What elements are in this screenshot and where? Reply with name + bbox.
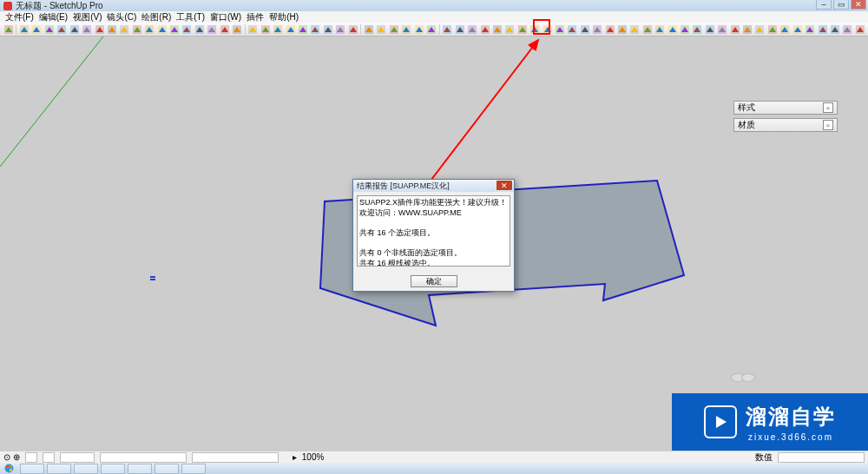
pan-icon[interactable]	[181, 23, 193, 36]
measurement-input[interactable]	[778, 452, 865, 463]
plugin22-icon[interactable]	[717, 23, 728, 36]
eraser-icon[interactable]	[143, 23, 155, 36]
plugin4-icon[interactable]	[491, 23, 503, 36]
zoom-ext-icon[interactable]	[219, 23, 230, 36]
menu-draw[interactable]: 绘图(R)	[140, 11, 173, 23]
plugin11-icon[interactable]	[579, 23, 590, 36]
menu-camera[interactable]: 镜头(C)	[105, 11, 138, 23]
plugin9-icon[interactable]	[554, 23, 565, 36]
status-icons[interactable]: ⊙ ⊕	[3, 452, 20, 462]
taskbar-item[interactable]	[101, 464, 125, 474]
plugin18-icon[interactable]	[667, 23, 678, 36]
taskbar-item[interactable]	[20, 464, 44, 474]
status-panel-2	[43, 452, 55, 463]
plugin17-icon[interactable]	[654, 23, 666, 36]
menu-file[interactable]: 文件(F)	[3, 11, 36, 23]
undo-icon[interactable]	[334, 23, 345, 36]
taskbar-item[interactable]	[128, 464, 152, 474]
tray-panel-styles[interactable]: 样式 ▫	[733, 101, 838, 115]
plugin3-icon[interactable]	[479, 23, 490, 36]
plugin29-icon[interactable]	[804, 23, 815, 36]
scale-icon[interactable]	[119, 23, 130, 36]
pushpull-icon[interactable]	[69, 23, 80, 36]
redo-icon[interactable]	[347, 23, 358, 36]
plugin24-icon[interactable]	[741, 23, 753, 36]
close-button[interactable]: ✕	[851, 0, 866, 10]
plugin28-icon[interactable]	[792, 23, 803, 36]
menu-window[interactable]: 窗口(W)	[208, 11, 243, 23]
menu-plugins[interactable]: 插件	[245, 11, 266, 23]
maximize-button[interactable]: ▭	[833, 0, 849, 10]
menu-help[interactable]: 帮助(H)	[267, 11, 300, 23]
plugin19-icon[interactable]	[679, 23, 690, 36]
cut-icon[interactable]	[297, 23, 308, 36]
plugin21-icon[interactable]	[704, 23, 715, 36]
plugin13-icon[interactable]	[604, 23, 615, 36]
plugin2-icon[interactable]	[466, 23, 477, 36]
plugin16-icon[interactable]	[641, 23, 653, 36]
axes-icon[interactable]	[442, 23, 453, 36]
dialog-textarea[interactable]	[357, 195, 510, 267]
offset-icon[interactable]	[81, 23, 92, 36]
zoom-icon[interactable]	[206, 23, 217, 36]
plugin33-icon[interactable]	[854, 23, 865, 36]
move-icon[interactable]	[94, 23, 105, 36]
paint-icon[interactable]	[156, 23, 168, 36]
plugin7-icon[interactable]	[529, 23, 540, 36]
taskbar-item[interactable]	[181, 464, 206, 474]
zoom-win-icon[interactable]	[231, 23, 242, 36]
tray-toggle-icon[interactable]: ▫	[823, 102, 833, 113]
taskbar-item[interactable]	[155, 464, 179, 474]
paste-icon[interactable]	[322, 23, 333, 36]
status-right-label: 数值	[755, 451, 773, 464]
pencil-icon[interactable]	[18, 23, 30, 36]
plugin6-icon[interactable]	[516, 23, 528, 36]
dialog-ok-button[interactable]: 确定	[411, 275, 457, 287]
scenes-icon[interactable]	[413, 23, 424, 36]
plugin1-icon[interactable]	[454, 23, 465, 36]
arc-icon[interactable]	[56, 23, 68, 36]
tray-toggle-icon[interactable]: ▫	[823, 120, 833, 130]
open-icon[interactable]	[272, 23, 283, 36]
plugin5-icon[interactable]	[504, 23, 516, 36]
minimize-button[interactable]: –	[816, 0, 832, 10]
plugin12-icon[interactable]	[592, 23, 603, 36]
select-icon[interactable]	[3, 23, 14, 36]
section-icon[interactable]	[425, 23, 437, 36]
taskbar-item[interactable]	[47, 464, 71, 474]
copy-icon[interactable]	[310, 23, 321, 36]
menu-view[interactable]: 视图(V)	[71, 11, 103, 23]
plugin26-icon[interactable]	[766, 23, 778, 36]
model-icon[interactable]	[247, 23, 259, 36]
menu-tools[interactable]: 工具(T)	[174, 11, 207, 23]
styles-icon[interactable]	[388, 23, 399, 36]
plugin25-icon[interactable]	[754, 23, 766, 36]
plugin20-icon[interactable]	[692, 23, 703, 36]
plugin15-icon[interactable]	[629, 23, 641, 36]
plugin27-icon[interactable]	[779, 23, 791, 36]
circle-icon[interactable]	[43, 23, 55, 36]
newmodel-icon[interactable]	[260, 23, 271, 36]
tray-panel-materials[interactable]: 材质 ▫	[733, 118, 838, 132]
plugin23-icon[interactable]	[729, 23, 740, 36]
plugin14-icon[interactable]	[616, 23, 628, 36]
plugin8-icon[interactable]	[542, 23, 553, 36]
rect-icon[interactable]	[31, 23, 43, 36]
plugin31-icon[interactable]	[829, 23, 840, 36]
component-icon[interactable]	[363, 23, 374, 36]
plugin30-icon[interactable]	[817, 23, 828, 36]
rotate-icon[interactable]	[106, 23, 117, 36]
start-button[interactable]	[0, 463, 17, 474]
plugin10-icon[interactable]	[567, 23, 578, 36]
plugin32-icon[interactable]	[842, 23, 853, 36]
outliner-icon[interactable]	[376, 23, 387, 36]
save-icon[interactable]	[285, 23, 296, 36]
taskbar-item[interactable]	[74, 464, 98, 474]
tape-icon[interactable]	[131, 23, 142, 36]
walk-icon[interactable]	[168, 23, 180, 36]
orbit-icon[interactable]	[194, 23, 205, 36]
layers-icon[interactable]	[400, 23, 411, 36]
menu-edit[interactable]: 编辑(E)	[37, 11, 69, 23]
dialog-titlebar[interactable]: 结果报告 [SUAPP.ME汉化] ✕	[353, 180, 514, 192]
dialog-close-button[interactable]: ✕	[496, 181, 512, 190]
